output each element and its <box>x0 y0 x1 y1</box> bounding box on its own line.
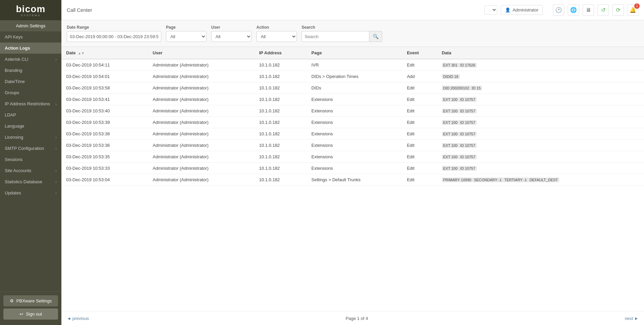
search-input[interactable] <box>302 31 369 42</box>
cell-ip: 10.1.0.182 <box>254 174 307 186</box>
table-row: 03-Dec-2019 10:53:38Administrator (Admin… <box>61 128 644 140</box>
sign-out-button[interactable]: ↩ Sign out <box>3 308 58 320</box>
cell-event: Edit <box>402 94 437 105</box>
cell-date: 03-Dec-2019 10:53:35 <box>61 151 148 163</box>
cell-event: Edit <box>402 82 437 94</box>
cell-user: Administrator (Administrator) <box>148 151 254 163</box>
sidebar-item-groups[interactable]: Groups <box>0 87 61 98</box>
globe-icon-button[interactable]: 🌐 <box>568 4 579 16</box>
sidebar-item-label-site-accounts: Site Accounts <box>5 168 31 173</box>
cell-event: Edit <box>402 117 437 128</box>
data-tag: ID 10757 <box>459 132 477 136</box>
sidebar-item-label-statistics-database: Statistics Database <box>5 179 42 184</box>
cell-data: EXT 301ID 17626 <box>437 59 644 71</box>
table-row: 03-Dec-2019 10:53:33Administrator (Admin… <box>61 163 644 174</box>
filters-bar: Date Range Page All User All Action All … <box>61 20 644 47</box>
sidebar-item-date-time[interactable]: Date/Time <box>0 76 61 87</box>
cell-user: Administrator (Administrator) <box>148 105 254 117</box>
search-filter: Search 🔍 <box>302 25 382 42</box>
cell-date: 03-Dec-2019 10:53:41 <box>61 94 148 105</box>
sidebar-item-language[interactable]: Language <box>0 120 61 132</box>
sidebar-item-statistics-database[interactable]: Statistics Database› <box>0 176 61 187</box>
sidebar-item-updates[interactable]: Updates› <box>0 187 61 198</box>
cell-date: 03-Dec-2019 10:53:38 <box>61 128 148 140</box>
sidebar-item-label-api-keys: API Keys <box>5 34 23 39</box>
data-tag: PRIMARY 10990 <box>442 178 473 182</box>
page-filter: Page All <box>166 25 206 42</box>
sidebar-item-licensing[interactable]: Licensing› <box>0 132 61 143</box>
sidebar: bicom SYSTEMS Admin Settings API KeysAct… <box>0 0 61 325</box>
page-title: Call Center <box>67 7 481 13</box>
date-range-input[interactable] <box>67 31 161 42</box>
notification-button[interactable]: 🔔 1 <box>627 4 639 16</box>
table-header: Date ▲▼ User IP Address Page Event Data <box>61 47 644 59</box>
col-event: Event <box>402 47 437 59</box>
sidebar-item-site-accounts[interactable]: Site Accounts› <box>0 165 61 176</box>
cell-ip: 10.1.0.182 <box>254 71 307 82</box>
cell-data: EXT 100ID 10757 <box>437 117 644 128</box>
col-user: User <box>148 47 254 59</box>
admin-user-button[interactable]: 👤 Administrator <box>501 5 543 15</box>
chevron-right-icon: › <box>55 57 57 61</box>
sidebar-item-action-logs[interactable]: Action Logs <box>0 43 61 54</box>
data-tag: EXT 100 <box>442 97 459 102</box>
data-tag: EXT 100 <box>442 155 459 159</box>
sidebar-item-label-groups: Groups <box>5 90 19 95</box>
cell-page: Extensions <box>307 151 402 163</box>
sidebar-item-branding[interactable]: Branding <box>0 65 61 76</box>
user-filter-label: User <box>211 25 252 30</box>
cell-user: Administrator (Administrator) <box>148 59 254 71</box>
gear-icon: ⚙ <box>10 298 14 303</box>
sidebar-item-label-language: Language <box>5 124 24 129</box>
cell-page: DIDs <box>307 82 402 94</box>
sidebar-item-sessions[interactable]: Sessions <box>0 154 61 165</box>
col-date[interactable]: Date ▲▼ <box>61 47 148 59</box>
clock-icon-button[interactable]: 🕐 <box>553 4 564 16</box>
data-tag: EXT 100 <box>442 132 459 136</box>
table-body: 03-Dec-2019 10:54:11Administrator (Admin… <box>61 59 644 186</box>
admin-settings-button[interactable]: Admin Settings <box>0 20 61 31</box>
page-select[interactable]: All <box>166 31 206 42</box>
sidebar-nav: API KeysAction LogsAsterisk CLI›Branding… <box>0 31 61 292</box>
data-tag: ID 10757 <box>459 143 477 148</box>
refresh-green-icon-button[interactable]: ↺ <box>597 4 609 16</box>
cell-page: IVR <box>307 59 402 71</box>
chevron-right-icon: › <box>55 180 57 184</box>
data-tag: ID 17626 <box>459 63 477 67</box>
cell-date: 03-Dec-2019 10:54:11 <box>61 59 148 71</box>
cell-data: DIDID 18 <box>437 71 644 82</box>
cell-date: 03-Dec-2019 10:53:39 <box>61 117 148 128</box>
sync-icon-button[interactable]: ⟳ <box>612 4 624 16</box>
cell-page: Extensions <box>307 163 402 174</box>
monitor-icon-button[interactable]: 🖥 <box>583 4 594 16</box>
cell-page: Extensions <box>307 128 402 140</box>
cell-date: 03-Dec-2019 10:53:58 <box>61 82 148 94</box>
sidebar-item-smtp-configuration[interactable]: SMTP Configuration› <box>0 143 61 154</box>
search-button[interactable]: 🔍 <box>369 31 382 42</box>
sidebar-item-api-keys[interactable]: API Keys <box>0 31 61 43</box>
previous-page-link[interactable]: ◄ previous <box>67 316 89 321</box>
cell-data: EXT 100ID 10757 <box>437 151 644 163</box>
user-select[interactable]: All <box>211 31 252 42</box>
cell-user: Administrator (Administrator) <box>148 71 254 82</box>
action-select[interactable]: All <box>256 31 297 42</box>
table-row: 03-Dec-2019 10:53:04Administrator (Admin… <box>61 174 644 186</box>
table-area: Date ▲▼ User IP Address Page Event Data … <box>61 47 644 312</box>
cell-event: Edit <box>402 140 437 151</box>
sidebar-item-ldap[interactable]: LDAP <box>0 109 61 120</box>
call-center-select[interactable] <box>484 5 497 15</box>
cell-page: Extensions <box>307 105 402 117</box>
chevron-right-icon: › <box>55 169 57 173</box>
next-page-link[interactable]: next ► <box>625 316 639 321</box>
cell-page: DIDs > Operation Times <box>307 71 402 82</box>
cell-date: 03-Dec-2019 10:53:36 <box>61 140 148 151</box>
sidebar-bottom: ⚙ PBXware Settings ↩ Sign out <box>0 292 61 325</box>
cell-event: Edit <box>402 151 437 163</box>
cell-data: DID 200200102ID 15 <box>437 82 644 94</box>
sidebar-item-asterisk-cli[interactable]: Asterisk CLI› <box>0 54 61 65</box>
pbxware-settings-button[interactable]: ⚙ PBXware Settings <box>3 295 58 306</box>
chevron-right-icon: › <box>55 102 57 106</box>
cell-data: EXT 100ID 10757 <box>437 105 644 117</box>
cell-user: Administrator (Administrator) <box>148 174 254 186</box>
sidebar-item-ip-address-restrictions[interactable]: IP Address Restrictions› <box>0 98 61 109</box>
